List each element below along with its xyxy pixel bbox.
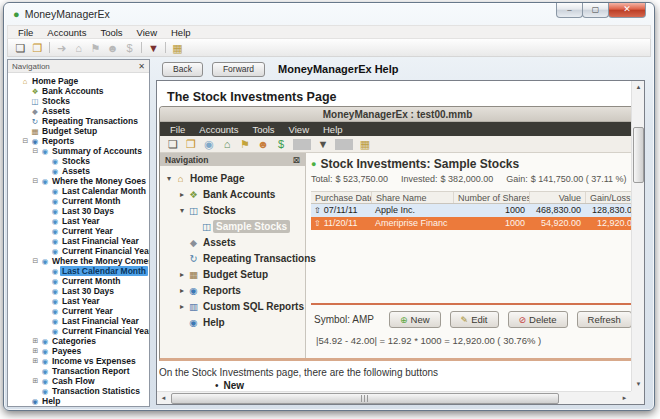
toolbar-icon[interactable] [165,42,166,53]
tree-item[interactable]: ◉ Last 30 Days [8,286,149,296]
open-database-icon[interactable]: ❐ [29,40,46,56]
maximize-button[interactable]: ▢ [582,3,609,18]
user-icon[interactable]: ☻ [254,136,272,152]
category-icon[interactable]: ☻ [104,40,121,56]
home-icon[interactable]: ⌂ [218,136,236,152]
menu-help[interactable]: Help [316,123,350,136]
horizontal-scrollbar[interactable]: ◄ ► [157,391,631,404]
open-database-icon[interactable]: ❐ [182,136,200,152]
payee-icon[interactable]: ⚑ [87,40,104,56]
menu-tools[interactable]: Tools [93,26,129,39]
tree-item[interactable]: ◉ Current Financial Year [8,246,149,256]
back-button[interactable]: Back [162,62,203,77]
budget-icon[interactable]: ▦ [169,40,186,56]
expand-icon[interactable]: ⊞ [31,377,40,385]
home-icon[interactable]: ⌂ [70,40,87,56]
menu-file[interactable]: File [163,123,192,136]
close-icon[interactable]: ⊠ [292,155,300,165]
minimize-button[interactable]: – [556,3,583,18]
new-account-icon[interactable]: ➜ [53,40,70,56]
tree-item[interactable]: ◉ Current Year [8,306,149,316]
tree-item[interactable]: ↻ Repeating Transactions [8,116,149,126]
tree-item[interactable]: ◉ Last Year [8,216,149,226]
expand-icon[interactable]: ▸ [177,270,187,279]
tree-item[interactable]: ▦ Budget Setup [8,126,149,136]
tree-item[interactable]: ◉ Help [160,314,305,330]
tree-item[interactable]: ⌂ Home Page [8,76,149,86]
tree-item[interactable]: ◉ Help [8,396,149,406]
filter-icon[interactable]: ▼ [145,40,162,56]
tree-item[interactable]: ⊞ ◉ Income vs Expenses [8,356,149,366]
menu-help[interactable]: Help [164,26,198,39]
scroll-up-icon[interactable]: ▲ [632,81,645,94]
column-header[interactable]: Gain/Loss [585,192,635,203]
expand-icon[interactable]: ▾ [177,206,187,215]
edit-button[interactable]: ✎Edit [450,311,499,328]
refresh-button[interactable]: Refresh [577,311,632,328]
toolbar-icon[interactable] [293,139,311,150]
column-header[interactable]: Purchase Date [311,192,371,203]
tree-item[interactable]: ↻ Repeating Transactions [160,250,305,266]
tree-item[interactable]: ▸ ❖ Bank Accounts [160,186,305,202]
tree-item[interactable]: ◉ Current Financial Year [8,326,149,336]
menu-tools[interactable]: Tools [245,123,281,136]
tree-item[interactable]: ⊟ ◉ Where the Money Goes [8,176,149,186]
tree-item[interactable]: ◉ Current Year [8,226,149,236]
expand-icon[interactable]: ⊟ [31,257,40,265]
column-header[interactable]: Number of Shares [453,192,529,203]
toolbar-icon[interactable] [335,139,353,150]
tree-item[interactable]: ◉ Last Year [8,296,149,306]
stock-table-row[interactable]: ⇧07/11/11 Apple Inc. 1000 468,830.00 128… [311,204,635,217]
menu-file[interactable]: File [11,26,40,39]
currency-icon[interactable]: $ [272,136,290,152]
tree-item[interactable]: ◫ Sample Stocks [160,218,305,234]
tree-item[interactable]: ⊞ ◉ Cash Flow [8,376,149,386]
tree-item[interactable]: ▸ ▥ Custom SQL Reports [160,298,305,314]
expand-icon[interactable]: ⊟ [21,137,30,145]
close-button[interactable]: ✕ [608,3,646,18]
menu-view[interactable]: View [130,26,164,39]
scroll-left-icon[interactable]: ◄ [157,392,170,405]
menu-view[interactable]: View [282,123,316,136]
tree-item[interactable]: ◉ Stocks [8,156,149,166]
tree-item[interactable]: ◫ Stocks [8,96,149,106]
tree-item[interactable]: ◉ Transaction Report [8,366,149,376]
tree-item[interactable]: ◉ Last Financial Year [8,236,149,246]
new-button[interactable]: ⊕New [389,311,441,328]
tree-item[interactable]: ◉ Last Calendar Month [8,186,149,196]
menu-accounts[interactable]: Accounts [192,123,245,136]
tree-item[interactable]: ❖ Bank Accounts [8,86,149,96]
currency-icon[interactable]: $ [121,40,138,56]
toolbar-icon[interactable] [141,42,142,53]
expand-icon[interactable]: ⊞ [31,357,40,365]
expand-icon[interactable]: ▸ [177,302,187,311]
stock-table-row[interactable]: ⇧11/20/11 Ameriprise Financ 1000 54,920.… [311,217,635,230]
close-icon[interactable]: ✕ [138,62,145,71]
scroll-right-icon[interactable]: ► [618,392,631,405]
tree-item[interactable]: ▸ ▦ Budget Setup [160,266,305,282]
tree-item[interactable]: ⊞ ◉ Payees [8,346,149,356]
tree-item[interactable]: ◉ Current Month [8,276,149,286]
forward-button[interactable]: Forward [212,62,265,77]
tree-item[interactable]: ⊟ ◉ Reports [8,136,149,146]
tree-item[interactable]: ◉ Assets [8,166,149,176]
payee-icon[interactable]: ⚑ [236,136,254,152]
filter-icon[interactable]: ▼ [314,136,332,152]
delete-button[interactable]: ⊘Delete [508,311,568,328]
expand-icon[interactable]: ⊞ [31,347,40,355]
vertical-scroll-thumb[interactable] [633,127,644,183]
tree-item[interactable]: ◉ Current Month [8,196,149,206]
column-header[interactable]: Share Name [371,192,453,203]
expand-icon[interactable]: ▸ [177,190,187,199]
tree-item[interactable]: ◉ Last Financial Year [8,316,149,326]
toolbar-icon[interactable] [49,42,50,53]
tree-item[interactable]: ⊞ ◉ Categories [8,336,149,346]
expand-icon[interactable]: ⊞ [31,337,40,345]
expand-icon[interactable]: ▾ [164,174,174,183]
tree-item[interactable]: ▾ ⌂ Home Page [160,170,305,186]
tree-item[interactable]: ◆ Assets [160,234,305,250]
tree-item[interactable]: ◆ Assets [8,106,149,116]
new-database-icon[interactable]: ❏ [164,136,182,152]
menu-accounts[interactable]: Accounts [40,26,93,39]
column-header[interactable]: Value [529,192,585,203]
